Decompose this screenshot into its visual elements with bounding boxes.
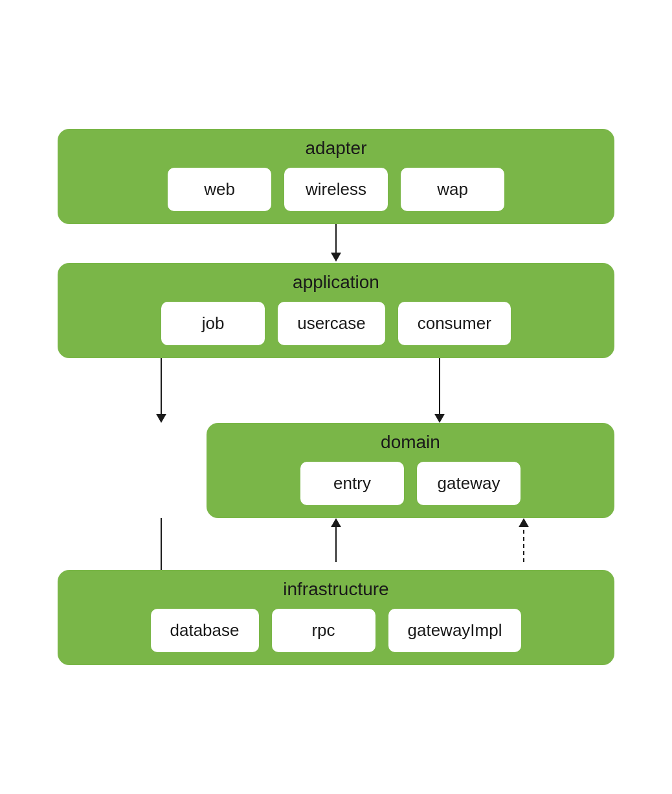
adapter-layer: adapter web wireless wap <box>58 129 614 224</box>
infrastructure-item-gatewayimpl: gatewayImpl <box>388 609 522 652</box>
application-items: job usercase consumer <box>71 302 601 345</box>
domain-row: domain entry gateway <box>58 423 614 518</box>
svg-marker-10 <box>519 518 529 527</box>
application-layer: application job usercase consumer <box>58 263 614 358</box>
adapter-title: adapter <box>71 138 601 159</box>
application-item-consumer: consumer <box>398 302 511 345</box>
infrastructure-title: infrastructure <box>71 579 601 600</box>
domain-item-entry: entry <box>300 462 404 505</box>
infrastructure-item-database: database <box>151 609 259 652</box>
infrastructure-items: database rpc gatewayImpl <box>71 609 601 652</box>
domain-title: domain <box>219 432 601 453</box>
application-item-usercase: usercase <box>278 302 385 345</box>
domain-layer: domain entry gateway <box>207 423 614 518</box>
application-title: application <box>71 272 601 293</box>
arrows-app-branches <box>58 358 614 423</box>
domain-item-gateway: gateway <box>417 462 521 505</box>
arrow-adapter-to-app <box>58 224 614 263</box>
infrastructure-item-rpc: rpc <box>272 609 375 652</box>
adapter-item-web: web <box>168 168 271 211</box>
adapter-item-wireless: wireless <box>284 168 388 211</box>
infrastructure-layer: infrastructure database rpc gatewayImpl <box>58 570 614 665</box>
arrows-domain-infra <box>58 518 614 570</box>
adapter-items: web wireless wap <box>71 168 601 211</box>
adapter-item-wap: wap <box>401 168 504 211</box>
svg-marker-5 <box>434 414 445 423</box>
svg-marker-3 <box>156 414 166 423</box>
svg-marker-8 <box>331 518 341 527</box>
architecture-diagram: adapter web wireless wap application job… <box>0 109 672 685</box>
application-item-job: job <box>161 302 265 345</box>
domain-items: entry gateway <box>219 462 601 505</box>
svg-marker-1 <box>331 253 341 262</box>
